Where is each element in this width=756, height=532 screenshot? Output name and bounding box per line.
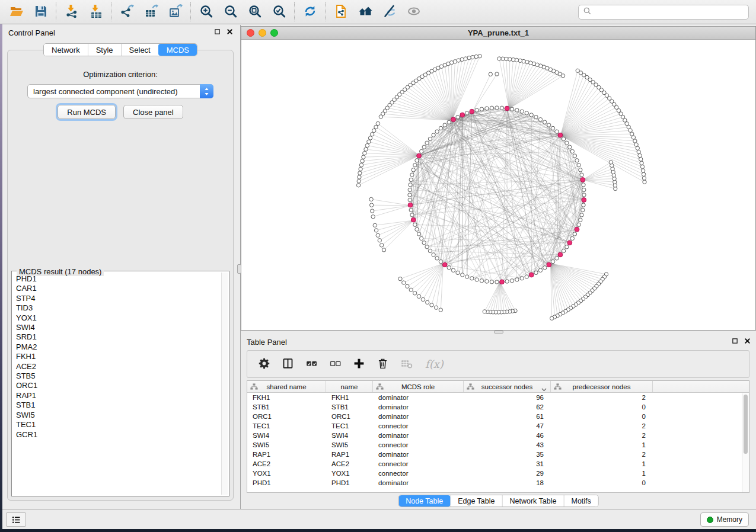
graph-leaf-node[interactable] <box>497 57 501 60</box>
memory-button[interactable]: Memory <box>700 512 749 527</box>
graph-ring-node[interactable] <box>465 111 469 115</box>
graph-leaf-node[interactable] <box>508 57 512 61</box>
mcds-result-item[interactable]: FKH1 <box>16 352 221 361</box>
graph-ring-node[interactable] <box>505 280 509 283</box>
zoom-selected-button[interactable] <box>267 2 291 22</box>
import-network-button[interactable] <box>59 2 84 22</box>
mcds-result-item[interactable]: PHD1 <box>16 274 221 284</box>
graph-ring-node[interactable] <box>582 188 586 191</box>
graph-mcds-node[interactable] <box>529 273 534 277</box>
graph-leaf-node[interactable] <box>642 172 645 176</box>
graph-ring-node[interactable] <box>451 268 455 272</box>
tab-network-table[interactable]: Network Table <box>502 495 564 507</box>
graph-ring-node[interactable] <box>515 278 519 281</box>
graph-leaf-node[interactable] <box>633 139 637 143</box>
graph-ring-node[interactable] <box>420 236 423 240</box>
graph-ring-node[interactable] <box>409 208 413 211</box>
new-network-from-selection-button[interactable] <box>328 2 353 22</box>
graph-leaf-node[interactable] <box>636 146 639 150</box>
mcds-result-item[interactable]: TID3 <box>16 303 221 313</box>
graph-leaf-node[interactable] <box>359 167 362 171</box>
graph-ring-node[interactable] <box>456 271 460 274</box>
mcds-result-item[interactable]: ACE2 <box>16 362 221 371</box>
graph-leaf-node[interactable] <box>483 310 486 313</box>
hide-selected-button[interactable] <box>377 2 401 22</box>
table-row[interactable]: SWI5SWI5connector431 <box>247 440 749 450</box>
graph-ring-node[interactable] <box>534 271 538 274</box>
graph-ring-node[interactable] <box>565 245 569 249</box>
graph-leaf-node[interactable] <box>376 233 379 237</box>
graph-mcds-node[interactable] <box>442 262 447 267</box>
close-panel-button[interactable]: Close panel <box>123 105 183 119</box>
graph-leaf-node[interactable] <box>474 55 478 58</box>
graph-ring-node[interactable] <box>461 273 464 277</box>
graph-leaf-node[interactable] <box>631 136 635 139</box>
tab-select[interactable]: Select <box>121 44 158 56</box>
graph-leaf-node[interactable] <box>495 72 499 76</box>
mcds-result-item[interactable]: STP4 <box>16 294 221 303</box>
column-header-predecessor-nodes[interactable]: predecessor nodes <box>551 381 653 392</box>
mcds-result-item[interactable]: TEC1 <box>16 420 221 430</box>
graph-leaf-node[interactable] <box>630 132 634 136</box>
graph-ring-node[interactable] <box>495 106 499 110</box>
graph-ring-node[interactable] <box>470 277 474 280</box>
table-row[interactable]: RAP1RAP1dominator352 <box>247 450 749 459</box>
mcds-result-item[interactable]: SRD1 <box>16 332 221 342</box>
graph-ring-node[interactable] <box>428 249 432 252</box>
graph-ring-node[interactable] <box>408 198 412 201</box>
tab-motifs[interactable]: Motifs <box>563 495 598 507</box>
tab-edge-table[interactable]: Edge Table <box>450 495 502 507</box>
mcds-result-item[interactable]: CAR1 <box>16 284 221 293</box>
graph-ring-node[interactable] <box>415 227 419 231</box>
graph-ring-node[interactable] <box>582 203 585 207</box>
graph-leaf-node[interactable] <box>638 153 642 157</box>
graph-leaf-node[interactable] <box>453 60 457 63</box>
graph-ring-node[interactable] <box>551 259 554 263</box>
graph-leaf-node[interactable] <box>372 129 376 132</box>
graph-leaf-node[interactable] <box>371 215 375 219</box>
table-row[interactable]: PHD1PHD1dominator180 <box>247 478 749 488</box>
graph-leaf-node[interactable] <box>518 59 522 62</box>
graph-leaf-node[interactable] <box>417 294 420 298</box>
graph-leaf-node[interactable] <box>370 203 374 207</box>
column-settings-button[interactable] <box>253 355 275 374</box>
graph-leaf-node[interactable] <box>464 57 467 60</box>
mcds-result-item[interactable]: PMA2 <box>16 342 221 352</box>
mcds-result-item[interactable]: ORC1 <box>16 381 221 390</box>
save-button[interactable] <box>28 2 53 22</box>
graph-ring-node[interactable] <box>520 277 524 280</box>
graph-ring-node[interactable] <box>579 168 582 172</box>
mcds-result-item[interactable]: YOX1 <box>16 313 221 323</box>
graph-ring-node[interactable] <box>475 108 479 112</box>
graph-ring-node[interactable] <box>408 188 412 191</box>
graph-mcds-node[interactable] <box>558 252 563 257</box>
graph-leaf-node[interactable] <box>467 56 471 60</box>
graph-ring-node[interactable] <box>422 145 426 149</box>
graph-ring-node[interactable] <box>562 249 565 252</box>
graph-leaf-node[interactable] <box>364 148 368 151</box>
graph-ring-node[interactable] <box>490 106 493 110</box>
graph-ring-node[interactable] <box>515 108 519 112</box>
tab-network[interactable]: Network <box>44 44 88 56</box>
graph-mcds-node[interactable] <box>575 227 579 232</box>
graph-leaf-node[interactable] <box>501 57 505 60</box>
graph-leaf-node[interactable] <box>576 69 579 72</box>
graph-mcds-node[interactable] <box>580 178 585 182</box>
graph-leaf-node[interactable] <box>406 284 409 288</box>
graph-ring-node[interactable] <box>425 245 429 249</box>
graph-ring-node[interactable] <box>480 279 483 283</box>
close-panel-icon[interactable] <box>227 28 233 35</box>
network-graph-canvas[interactable] <box>241 40 755 330</box>
graph-ring-node[interactable] <box>439 126 442 130</box>
graph-ring-node[interactable] <box>568 145 572 149</box>
graph-leaf-node[interactable] <box>550 316 554 320</box>
graph-leaf-node[interactable] <box>380 243 384 247</box>
graph-leaf-node[interactable] <box>515 58 518 62</box>
import-table-button[interactable] <box>84 2 108 22</box>
graph-leaf-node[interactable] <box>426 300 429 304</box>
column-header-MCDS-role[interactable]: MCDS role <box>373 381 464 392</box>
graph-ring-node[interactable] <box>409 178 413 181</box>
graph-ring-node[interactable] <box>420 149 423 153</box>
zoom-out-button[interactable] <box>218 2 243 22</box>
graph-mcds-node[interactable] <box>505 106 509 111</box>
